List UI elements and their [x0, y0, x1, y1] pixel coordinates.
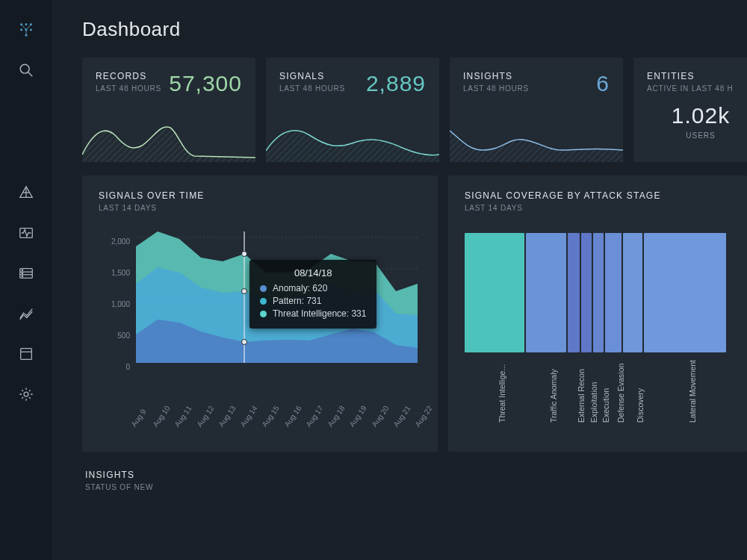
- dot-threat-icon: [260, 311, 267, 317]
- panel-title: SIGNALS OVER TIME: [99, 190, 421, 201]
- coverage-bar: [605, 233, 622, 352]
- card-value: 1.02k: [647, 103, 747, 128]
- section-subtitle: STATUS OF NEW: [85, 483, 747, 491]
- card-value: 2,889: [366, 71, 426, 96]
- svg-point-10: [20, 64, 29, 73]
- card-sublabel: ACTIVE IN LAST 48 H: [647, 84, 747, 93]
- coverage-bar: [623, 233, 642, 352]
- coverage-bar: [465, 233, 524, 352]
- panels-row: SIGNALS OVER TIME LAST 14 DAYS 2,000 1,5…: [82, 175, 747, 452]
- database-icon[interactable]: [17, 264, 35, 282]
- x-tick: Aug 21: [391, 404, 412, 428]
- tooltip-row-threat: Threat Intelligence: 331: [273, 308, 366, 319]
- coverage-bar: [581, 233, 592, 352]
- reports-icon[interactable]: [17, 305, 35, 323]
- tooltip-row-anomaly: Anomaly: 620: [273, 283, 327, 293]
- stat-cards-row: RECORDS LAST 48 HOURS 57,300 SIGNALS LAS…: [82, 57, 747, 162]
- signals-sparkline: [266, 117, 439, 162]
- panel-subtitle: LAST 14 DAYS: [99, 204, 421, 212]
- card-label: RECORDS: [96, 71, 161, 81]
- section-title: INSIGHTS: [85, 470, 747, 480]
- dot-pattern-icon: [260, 298, 267, 305]
- records-card[interactable]: RECORDS LAST 48 HOURS 57,300: [82, 57, 255, 162]
- card-value: 57,300: [169, 71, 242, 96]
- insights-sparkline: [450, 117, 623, 162]
- card-unit: USERS: [647, 131, 747, 140]
- card-label: ENTITIES: [647, 71, 747, 81]
- search-icon[interactable]: [17, 61, 35, 79]
- coverage-bar-label: Discovery: [636, 388, 645, 423]
- library-icon[interactable]: [17, 345, 35, 363]
- coverage-bar-label: Traffic Anomaly: [549, 369, 558, 423]
- coverage-bar-label: Exploitation: [589, 382, 598, 423]
- panel-title: SIGNAL COVERAGE BY ATTACK STAGE: [465, 190, 731, 201]
- x-tick: Aug 20: [370, 404, 390, 428]
- coverage-bar-label: Execution: [601, 388, 610, 423]
- card-sublabel: LAST 48 HOURS: [463, 84, 529, 93]
- tooltip-row-pattern: Pattern: 731: [273, 296, 321, 306]
- card-sublabel: LAST 48 HOURS: [279, 84, 345, 93]
- svg-point-20: [22, 276, 22, 276]
- svg-point-19: [22, 273, 22, 273]
- coverage-chart[interactable]: Threat Intellige...Traffic AnomalyExtern…: [465, 233, 731, 427]
- x-tick: Aug 18: [326, 404, 347, 428]
- coverage-bar: [568, 233, 580, 352]
- x-tick: Aug 14: [239, 404, 259, 428]
- svg-point-33: [242, 289, 247, 294]
- card-label: SIGNALS: [279, 71, 345, 81]
- x-tick: Aug 17: [304, 404, 324, 428]
- entities-card[interactable]: ENTITIES ACTIVE IN LAST 48 H 1.02k USERS: [633, 57, 747, 162]
- main-content: Dashboard RECORDS LAST 48 HOURS 57,300 S…: [52, 0, 747, 560]
- x-tick: Aug 10: [152, 404, 172, 428]
- signals-card[interactable]: SIGNALS LAST 48 HOURS 2,889: [266, 57, 439, 162]
- chart-tooltip: 08/14/18 Anomaly: 620 Pattern: 731 Threa…: [249, 260, 376, 329]
- sidebar: [0, 0, 52, 560]
- svg-line-11: [28, 72, 33, 77]
- coverage-bar-label: External Recon: [577, 369, 586, 423]
- svg-point-3: [20, 29, 22, 31]
- tooltip-date: 08/14/18: [260, 267, 366, 279]
- coverage-bar: [644, 233, 726, 352]
- x-tick: Aug 9: [129, 408, 147, 429]
- card-label: INSIGHTS: [463, 71, 529, 81]
- signals-over-time-chart[interactable]: 2,000 1,500 1,000 500 0: [99, 231, 421, 426]
- x-tick: Aug 11: [173, 404, 193, 428]
- svg-point-34: [242, 340, 247, 345]
- x-tick: Aug 13: [217, 404, 237, 428]
- activity-icon[interactable]: [17, 224, 35, 242]
- svg-point-5: [30, 29, 32, 31]
- dot-anomaly-icon: [260, 285, 267, 292]
- x-tick: Aug 16: [282, 404, 303, 428]
- coverage-bar: [526, 233, 566, 352]
- insights-card[interactable]: INSIGHTS LAST 48 HOURS 6: [450, 57, 623, 162]
- card-value: 6: [596, 71, 610, 96]
- panel-subtitle: LAST 14 DAYS: [465, 204, 731, 212]
- x-tick: Aug 22: [413, 404, 433, 428]
- svg-rect-21: [21, 349, 32, 360]
- coverage-bar-label: Lateral Movement: [688, 360, 697, 423]
- x-tick: Aug 12: [195, 404, 215, 428]
- page-title: Dashboard: [82, 18, 747, 41]
- svg-point-1: [25, 23, 28, 25]
- records-sparkline: [82, 117, 255, 162]
- svg-point-18: [22, 270, 22, 270]
- coverage-panel: SIGNAL COVERAGE BY ATTACK STAGE LAST 14 …: [448, 175, 747, 452]
- coverage-bars: [465, 233, 734, 352]
- coverage-bar-label: Defense Evasion: [616, 364, 625, 423]
- insights-icon[interactable]: [17, 184, 35, 202]
- coverage-bar: [593, 233, 604, 352]
- signals-over-time-panel: SIGNALS OVER TIME LAST 14 DAYS 2,000 1,5…: [82, 175, 438, 452]
- settings-icon[interactable]: [17, 385, 35, 403]
- logo-icon[interactable]: [17, 21, 35, 39]
- svg-point-32: [242, 252, 247, 257]
- svg-point-23: [24, 392, 28, 396]
- card-sublabel: LAST 48 HOURS: [96, 84, 161, 93]
- coverage-labels: Threat Intellige...Traffic AnomalyExtern…: [465, 360, 734, 427]
- x-tick: Aug 15: [261, 404, 281, 428]
- coverage-bar-label: Threat Intellige...: [498, 364, 506, 423]
- insights-section-head: INSIGHTS STATUS OF NEW: [85, 470, 747, 491]
- x-tick: Aug 19: [348, 404, 368, 428]
